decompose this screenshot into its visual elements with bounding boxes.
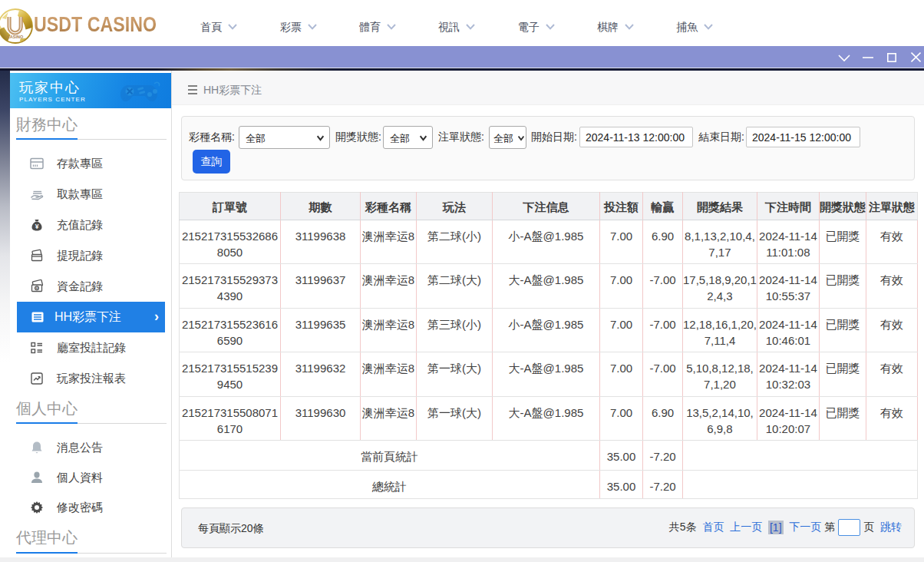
svg-text:¥: ¥: [35, 223, 39, 230]
svg-text:CASINO: CASINO: [7, 35, 24, 39]
